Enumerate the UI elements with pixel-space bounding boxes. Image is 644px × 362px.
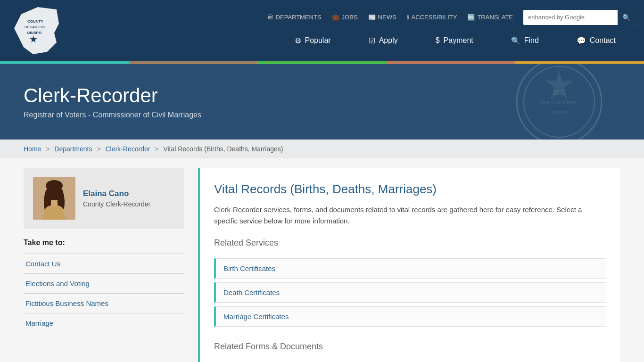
payment-nav-item[interactable]: $ Payment <box>417 30 492 52</box>
county-seal: 1850 SAN LUIS OBISPO COUNTY <box>512 64 606 140</box>
sidebar: Elaina Cano County Clerk-Recorder Take m… <box>24 168 184 362</box>
check-icon: ☑ <box>369 36 375 45</box>
list-item: Fictitious Business Names <box>24 294 184 313</box>
breadcrumb-current: Vital Records (Births, Deaths, Marriages… <box>163 145 283 153</box>
building-icon: 🏛 <box>267 14 273 21</box>
chat-icon: 💬 <box>577 36 586 45</box>
marriage-certificates-link[interactable]: Marriage Certificates <box>214 306 606 327</box>
person-name: Elaina Cano <box>83 189 150 198</box>
content-area: Elaina Cano County Clerk-Recorder Take m… <box>0 158 644 362</box>
breadcrumb-departments[interactable]: Departments <box>54 145 92 153</box>
departments-link[interactable]: 🏛 DEPARTMENTS <box>267 14 322 21</box>
death-certificates-link[interactable]: Death Certificates <box>214 282 606 303</box>
top-navigation: COUNTY OF SAN LUIS OBISPO ★ 🏛 DEPARTMENT… <box>0 0 644 61</box>
newspaper-icon: 📰 <box>368 14 376 21</box>
translate-icon: 🔤 <box>467 14 475 21</box>
search-button[interactable]: 🔍 <box>618 10 635 25</box>
person-info: Elaina Cano County Clerk-Recorder <box>83 189 150 208</box>
list-item: Elections and Voting <box>24 274 184 294</box>
sidebar-fictitious-link[interactable]: Fictitious Business Names <box>24 294 184 313</box>
breadcrumb: Home > Departments > Clerk-Recorder > Vi… <box>0 140 644 158</box>
jobs-link[interactable]: 💼 JOBS <box>332 14 358 21</box>
briefcase-icon: 💼 <box>332 14 339 21</box>
find-nav-item[interactable]: 🔍 Find <box>492 30 558 52</box>
content-title: Vital Records (Births, Deaths, Marriages… <box>214 182 606 197</box>
related-services-heading: Related Services <box>214 238 606 252</box>
translate-link[interactable]: 🔤 TRANSLATE <box>467 14 513 21</box>
popular-nav-item[interactable]: ⚙ Popular <box>276 30 350 52</box>
sidebar-marriage-link[interactable]: Marriage <box>24 313 184 333</box>
accessibility-link[interactable]: ℹ ACCESSIBILITY <box>407 14 457 21</box>
breadcrumb-clerk-recorder[interactable]: Clerk-Recorder <box>105 145 150 153</box>
gear-icon: ⚙ <box>295 36 301 45</box>
find-search-icon: 🔍 <box>511 36 520 45</box>
search-input[interactable] <box>523 10 618 25</box>
sidebar-person-card: Elaina Cano County Clerk-Recorder <box>24 168 184 229</box>
sidebar-navigation: Take me to: Contact Us Elections and Vot… <box>24 239 184 333</box>
svg-text:COUNTY: COUNTY <box>27 19 43 24</box>
page-header: Clerk-Recorder Registrar of Voters - Com… <box>0 64 644 140</box>
logo-area[interactable]: COUNTY OF SAN LUIS OBISPO ★ <box>9 5 66 57</box>
svg-text:OF SAN LUIS: OF SAN LUIS <box>25 25 45 29</box>
sidebar-elections-link[interactable]: Elections and Voting <box>24 274 184 293</box>
utility-links-row: 🏛 DEPARTMENTS 💼 JOBS 📰 NEWS ℹ ACCESSIBIL… <box>267 10 635 25</box>
content-intro: Clerk-Recorder services, forms, and docu… <box>214 204 606 227</box>
search-box: 🔍 <box>523 10 635 25</box>
dollar-icon: $ <box>436 36 440 45</box>
main-navigation: ⚙ Popular ☑ Apply $ Payment 🔍 Find 💬 Con… <box>276 30 635 52</box>
main-content: Vital Records (Births, Deaths, Marriages… <box>198 168 620 362</box>
svg-text:COUNTY: COUNTY <box>550 110 568 115</box>
news-link[interactable]: 📰 NEWS <box>368 14 396 21</box>
related-forms-heading: Related Forms & Documents <box>214 338 606 352</box>
birth-certificates-link[interactable]: Birth Certificates <box>214 258 606 279</box>
avatar <box>33 177 75 220</box>
svg-rect-14 <box>51 200 58 206</box>
breadcrumb-home[interactable]: Home <box>24 145 41 153</box>
apply-nav-item[interactable]: ☑ Apply <box>350 30 417 52</box>
info-icon: ℹ <box>407 14 409 21</box>
svg-text:SAN LUIS OBISPO: SAN LUIS OBISPO <box>540 100 579 105</box>
list-item: Marriage <box>24 313 184 333</box>
sidebar-nav-list: Contact Us Elections and Voting Fictitio… <box>24 254 184 333</box>
search-icon: 🔍 <box>622 14 630 21</box>
svg-text:★: ★ <box>29 34 38 44</box>
sidebar-nav-heading: Take me to: <box>24 239 184 247</box>
person-title: County Clerk-Recorder <box>83 200 150 208</box>
list-item: Contact Us <box>24 254 184 274</box>
sidebar-contact-link[interactable]: Contact Us <box>24 254 184 273</box>
county-logo: COUNTY OF SAN LUIS OBISPO ★ <box>9 5 66 57</box>
top-nav-links: 🏛 DEPARTMENTS 💼 JOBS 📰 NEWS ℹ ACCESSIBIL… <box>267 10 635 52</box>
contact-nav-item[interactable]: 💬 Contact <box>558 30 635 52</box>
